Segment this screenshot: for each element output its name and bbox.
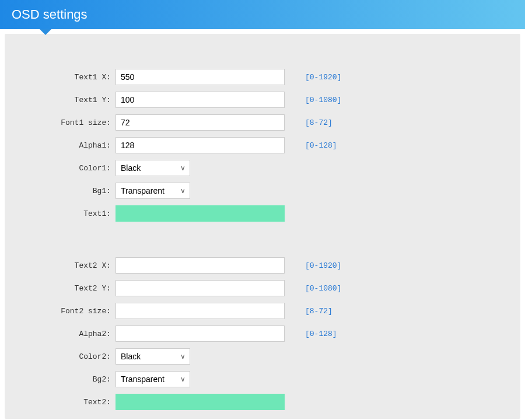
input-font2-size[interactable] xyxy=(116,303,285,319)
input-text1-y[interactable] xyxy=(116,92,285,108)
select-color2[interactable]: Black xyxy=(116,348,190,365)
label-text2-x: Text2 X: xyxy=(16,261,116,270)
label-color2: Color2: xyxy=(16,352,116,361)
input-text2-x[interactable] xyxy=(116,257,285,274)
row-text2-y: Text2 Y: [0-1080] xyxy=(16,280,509,296)
select-bg1[interactable]: Transparent xyxy=(116,183,190,199)
label-color1: Color1: xyxy=(16,164,116,173)
hint-font2-size: [8-72] xyxy=(305,307,332,316)
label-text1-y: Text1 Y: xyxy=(16,96,116,104)
input-text1[interactable] xyxy=(116,205,285,222)
hint-text1-x: [0-1920] xyxy=(305,73,341,82)
hint-text1-y: [0-1080] xyxy=(305,96,341,104)
label-text2: Text2: xyxy=(16,398,116,407)
hint-text2-y: [0-1080] xyxy=(305,284,341,293)
page-header: OSD settings xyxy=(0,0,525,29)
section-divider xyxy=(16,228,509,257)
row-alpha1: Alpha1: [0-128] xyxy=(16,137,509,153)
label-text1: Text1: xyxy=(16,209,116,218)
label-font2-size: Font2 size: xyxy=(16,307,116,316)
header-arrow-icon xyxy=(40,29,51,35)
row-color1: Color1: Black ∨ xyxy=(16,160,509,176)
input-font1-size[interactable] xyxy=(116,114,285,131)
hint-font1-size: [8-72] xyxy=(305,118,332,127)
row-text1: Text1: xyxy=(16,205,509,222)
row-bg2: Bg2: Transparent ∨ xyxy=(16,371,509,387)
row-text2: Text2: xyxy=(16,394,509,410)
input-text1-x[interactable] xyxy=(116,69,285,85)
hint-text2-x: [0-1920] xyxy=(305,261,341,270)
label-text1-x: Text1 X: xyxy=(16,73,116,82)
row-alpha2: Alpha2: [0-128] xyxy=(16,326,509,342)
page-title: OSD settings xyxy=(12,7,88,22)
label-font1-size: Font1 size: xyxy=(16,118,116,127)
row-color2: Color2: Black ∨ xyxy=(16,348,509,365)
row-text1-x: Text1 X: [0-1920] xyxy=(16,69,509,85)
row-font2-size: Font2 size: [8-72] xyxy=(16,303,509,319)
label-alpha2: Alpha2: xyxy=(16,330,116,338)
row-text2-x: Text2 X: [0-1920] xyxy=(16,257,509,274)
row-font1-size: Font1 size: [8-72] xyxy=(16,114,509,131)
row-text1-y: Text1 Y: [0-1080] xyxy=(16,92,509,108)
hint-alpha1: [0-128] xyxy=(305,141,337,150)
label-bg1: Bg1: xyxy=(16,187,116,195)
input-alpha1[interactable] xyxy=(116,137,285,153)
content-panel: Text1 X: [0-1920] Text1 Y: [0-1080] Font… xyxy=(5,34,520,419)
input-text2-y[interactable] xyxy=(116,280,285,296)
select-color1[interactable]: Black xyxy=(116,160,190,176)
input-text2[interactable] xyxy=(116,394,285,410)
hint-alpha2: [0-128] xyxy=(305,330,337,338)
label-text2-y: Text2 Y: xyxy=(16,284,116,293)
input-alpha2[interactable] xyxy=(116,326,285,342)
row-bg1: Bg1: Transparent ∨ xyxy=(16,183,509,199)
label-bg2: Bg2: xyxy=(16,375,116,384)
label-alpha1: Alpha1: xyxy=(16,141,116,150)
select-bg2[interactable]: Transparent xyxy=(116,371,190,387)
